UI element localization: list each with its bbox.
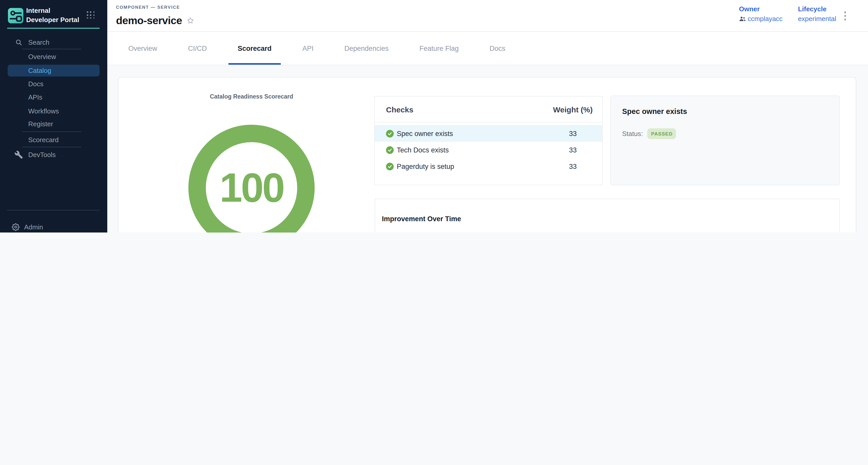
scorecard-title: Catalog Readiness Scorecard [124, 93, 379, 99]
sidebar-item-label: Workflows [28, 107, 59, 115]
sidebar-item-admin[interactable]: Admin [0, 221, 107, 232]
entity-tabs: Overview CI/CD Scorecard API Dependencie… [107, 32, 868, 65]
page-title: demo-service [116, 14, 182, 27]
sidebar-item-label: Scorecard [28, 136, 59, 144]
improvement-chart: Improvement Over Time 100 75 50 25 0 07:… [375, 198, 840, 232]
sidebar-item-register[interactable]: Register [0, 118, 107, 130]
brand-title: Internal Developer Portal [26, 6, 84, 24]
entity-meta: Owner ccmplayacc [739, 5, 836, 23]
check-passed-icon [386, 130, 394, 137]
check-detail-panel: Spec owner exists Status: PASSED [610, 95, 840, 185]
sidebar-search[interactable]: Search [0, 36, 107, 48]
gear-icon [12, 223, 20, 231]
check-detail-title: Spec owner exists [622, 107, 828, 116]
wrench-icon [14, 150, 23, 159]
sidebar-item-overview[interactable]: Overview [0, 50, 107, 63]
sidebar-item-catalog[interactable]: Catalog [8, 64, 100, 76]
lifecycle-label[interactable]: Lifecycle [798, 5, 836, 13]
sidebar-item-label: Catalog [28, 67, 51, 74]
lifecycle-value-text: experimental [798, 15, 836, 23]
table-row[interactable]: Tech Docs exists 33 [375, 142, 602, 158]
sidebar-search-label: Search [28, 38, 49, 46]
chart-title: Improvement Over Time [382, 215, 461, 223]
check-name: Tech Docs exists [397, 146, 545, 154]
status-badge: PASSED [648, 128, 676, 139]
y-axis-tick: 100 [375, 232, 387, 232]
more-options-kebab-icon[interactable] [843, 10, 847, 22]
favorite-star-icon[interactable] [187, 17, 194, 24]
sidebar-item-apis[interactable]: APIs [0, 91, 107, 103]
sidebar-divider [22, 131, 81, 132]
checks-table: Checks Weight (%) Spec owner exists 33 [374, 96, 602, 185]
owner-block: Owner ccmplayacc [739, 5, 782, 23]
weight-column-header: Weight (%) [545, 105, 601, 114]
score-value: 100 [220, 164, 284, 212]
check-name: Spec owner exists [397, 130, 545, 137]
tab-dependencies[interactable]: Dependencies [335, 32, 398, 65]
sidebar-item-label: DevTools [28, 151, 56, 159]
score-gauge: 100 [188, 125, 315, 232]
sidebar: Internal Developer Portal Search Overvie… [0, 0, 107, 232]
sidebar-divider [7, 210, 100, 211]
table-row[interactable]: Pagerduty is setup 33 [375, 158, 602, 175]
sidebar-item-label: Admin [24, 223, 43, 231]
tab-overview[interactable]: Overview [119, 32, 166, 65]
sidebar-divider [22, 49, 81, 49]
sidebar-item-label: Docs [28, 80, 43, 88]
tab-feature-flag[interactable]: Feature Flag [410, 32, 468, 65]
apps-grid-icon[interactable] [87, 11, 95, 19]
sidebar-item-scorecard[interactable]: Scorecard [0, 133, 107, 146]
tab-api[interactable]: API [293, 32, 323, 65]
gauge-column: Catalog Readiness Scorecard 100 0-49 50-… [124, 78, 379, 232]
page-header: COMPONENT — SERVICE demo-service Owner [107, 0, 868, 32]
lifecycle-value: experimental [798, 15, 836, 23]
owner-value-text: ccmplayacc [748, 15, 782, 23]
sidebar-item-label: APIs [28, 93, 42, 101]
owner-label[interactable]: Owner [739, 5, 782, 13]
sidebar-item-label: Register [28, 120, 53, 128]
group-icon [739, 16, 746, 22]
lifecycle-block: Lifecycle experimental [798, 5, 836, 23]
brand-divider [7, 27, 100, 29]
sidebar-item-docs[interactable]: Docs [0, 78, 107, 90]
tab-scorecard[interactable]: Scorecard [228, 32, 281, 65]
check-weight: 33 [545, 146, 601, 154]
check-weight: 33 [545, 162, 601, 170]
portal-logo-icon [8, 8, 24, 24]
search-icon [16, 39, 22, 45]
check-weight: 33 [545, 130, 601, 137]
app-root: Internal Developer Portal Search Overvie… [0, 0, 868, 232]
tab-cicd[interactable]: CI/CD [179, 32, 216, 65]
checks-column-header: Checks [386, 105, 545, 114]
breadcrumb: COMPONENT — SERVICE [116, 5, 180, 10]
status-label: Status: [622, 130, 643, 137]
check-name: Pagerduty is setup [397, 162, 545, 170]
content-area: Catalog Readiness Scorecard 100 0-49 50-… [107, 65, 868, 232]
main-area: COMPONENT — SERVICE demo-service Owner [107, 0, 868, 232]
checks-table-header: Checks Weight (%) [375, 96, 602, 123]
sidebar-divider [22, 147, 81, 147]
table-row[interactable]: Spec owner exists 33 [375, 125, 602, 142]
owner-value[interactable]: ccmplayacc [739, 15, 782, 23]
sidebar-item-devtools[interactable]: DevTools [0, 149, 107, 161]
tab-docs[interactable]: Docs [480, 32, 515, 65]
check-passed-icon [386, 146, 394, 154]
scorecard-card: Catalog Readiness Scorecard 100 0-49 50-… [118, 77, 856, 232]
sidebar-item-workflows[interactable]: Workflows [0, 105, 107, 117]
sidebar-item-label: Overview [28, 53, 56, 60]
check-passed-icon [386, 162, 394, 170]
